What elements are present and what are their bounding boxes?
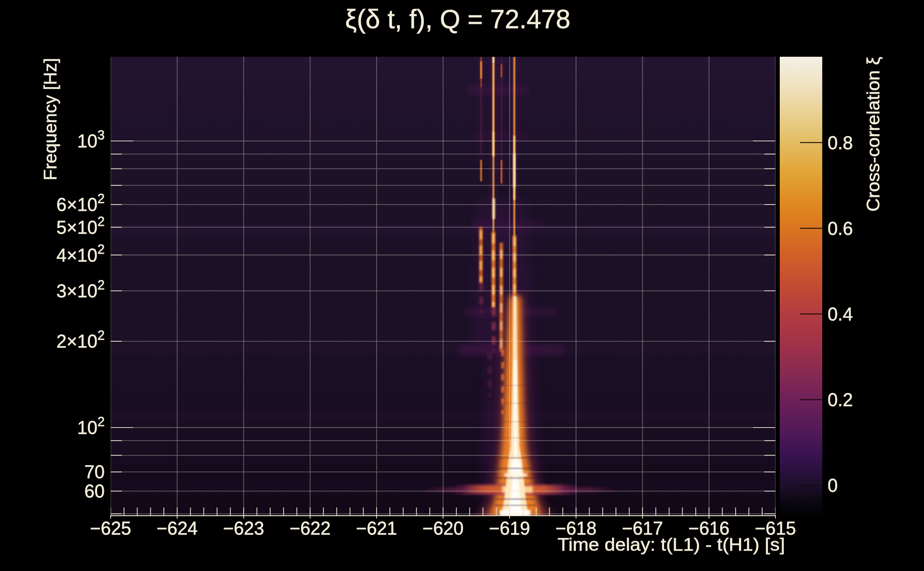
svg-text:5×102: 5×102 — [56, 214, 105, 238]
svg-text:3×102: 3×102 — [56, 278, 105, 301]
svg-text:2×102: 2×102 — [56, 328, 105, 352]
svg-text:−623: −623 — [223, 518, 264, 539]
svg-text:0.8: 0.8 — [828, 133, 853, 153]
svg-text:0.6: 0.6 — [828, 218, 853, 239]
svg-text:4×102: 4×102 — [56, 242, 105, 265]
svg-text:Cross-correlation ξ: Cross-correlation ξ — [863, 57, 883, 211]
svg-text:−616: −616 — [688, 518, 729, 539]
svg-text:60: 60 — [84, 481, 105, 502]
svg-text:−615: −615 — [755, 518, 796, 539]
svg-text:6×102: 6×102 — [56, 191, 105, 215]
svg-text:0: 0 — [828, 475, 837, 496]
svg-text:−619: −619 — [489, 518, 530, 539]
svg-text:−620: −620 — [423, 518, 464, 539]
svg-text:−622: −622 — [290, 518, 331, 539]
svg-text:−618: −618 — [556, 518, 596, 539]
svg-text:ξ(δ t, f), Q = 72.478: ξ(δ t, f), Q = 72.478 — [345, 4, 570, 34]
svg-text:0.2: 0.2 — [828, 390, 853, 410]
svg-text:−625: −625 — [90, 518, 131, 539]
svg-text:0.4: 0.4 — [828, 304, 853, 324]
svg-text:Frequency [Hz]: Frequency [Hz] — [40, 58, 60, 181]
svg-text:70: 70 — [84, 462, 105, 482]
svg-text:−624: −624 — [157, 518, 198, 539]
svg-text:−621: −621 — [356, 518, 397, 539]
svg-text:−617: −617 — [622, 518, 663, 539]
